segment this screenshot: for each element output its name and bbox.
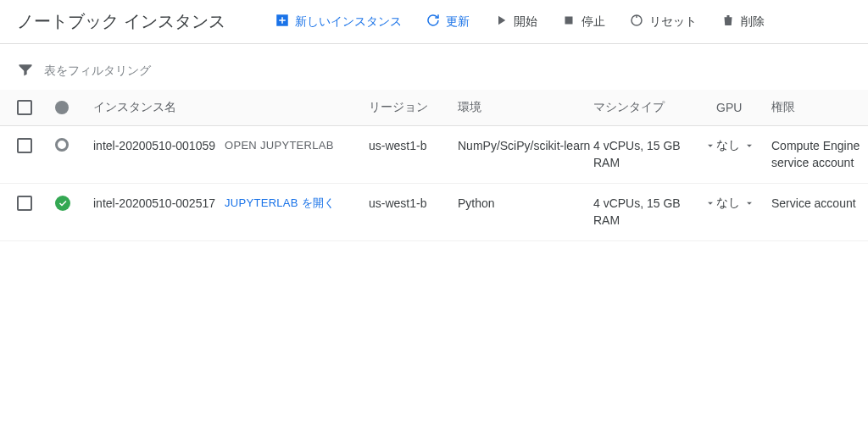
plus-icon bbox=[275, 13, 290, 30]
stop-icon bbox=[561, 13, 576, 30]
status-header-icon bbox=[55, 101, 69, 114]
filter-icon[interactable] bbox=[17, 61, 34, 81]
trash-icon bbox=[721, 13, 736, 30]
col-env: 環境 bbox=[458, 100, 593, 115]
machine-type-cell[interactable]: 4 vCPUs, 15 GB RAM bbox=[593, 138, 716, 171]
permission-cell: Compute Engine service account bbox=[771, 138, 868, 171]
instance-name: intel-20200510-002517 bbox=[93, 196, 225, 213]
instance-name: intel-20200510-001059 bbox=[93, 138, 225, 155]
row-checkbox[interactable] bbox=[17, 138, 32, 153]
open-jupyterlab-link[interactable]: JUPYTERLAB を開く bbox=[225, 196, 336, 209]
reset-icon bbox=[629, 13, 644, 30]
machine-type-label: 4 vCPUs, 15 GB RAM bbox=[593, 138, 701, 171]
gpu-cell[interactable]: なし bbox=[716, 138, 771, 154]
filter-bar: 表をフィルタリング bbox=[0, 44, 868, 90]
stop-button[interactable]: 停止 bbox=[561, 13, 605, 30]
open-jupyterlab-link[interactable]: OPEN JUPYTERLAB bbox=[225, 139, 334, 152]
refresh-label: 更新 bbox=[446, 14, 470, 30]
chevron-down-icon bbox=[743, 140, 755, 154]
new-instance-button[interactable]: 新しいインスタンス bbox=[275, 13, 402, 30]
env-cell: Python bbox=[458, 196, 593, 213]
env-cell: NumPy/SciPy/scikit-learn bbox=[458, 138, 593, 155]
col-machine: マシンタイプ bbox=[593, 100, 716, 115]
status-provisioning-icon bbox=[55, 138, 69, 152]
refresh-button[interactable]: 更新 bbox=[426, 13, 470, 30]
select-all-checkbox[interactable] bbox=[17, 100, 32, 115]
gpu-cell[interactable]: なし bbox=[716, 196, 771, 212]
chevron-down-icon bbox=[743, 197, 755, 212]
col-gpu: GPU bbox=[716, 101, 771, 114]
page-title: ノートブック インスタンス bbox=[17, 10, 225, 33]
chevron-down-icon bbox=[704, 197, 716, 212]
instances-table: インスタンス名 リージョン 環境 マシンタイプ GPU 権限 intel-202… bbox=[0, 90, 868, 241]
delete-label: 削除 bbox=[741, 14, 765, 30]
status-running-icon bbox=[55, 196, 70, 211]
start-button[interactable]: 開始 bbox=[493, 13, 537, 30]
refresh-icon bbox=[426, 13, 441, 30]
delete-button[interactable]: 削除 bbox=[721, 13, 765, 30]
machine-type-label: 4 vCPUs, 15 GB RAM bbox=[593, 196, 701, 229]
table-row: intel-20200510-002517 JUPYTERLAB を開く us-… bbox=[0, 184, 868, 241]
chevron-down-icon bbox=[704, 140, 716, 154]
start-label: 開始 bbox=[514, 14, 537, 30]
new-instance-label: 新しいインスタンス bbox=[295, 14, 402, 30]
filter-placeholder[interactable]: 表をフィルタリング bbox=[44, 64, 151, 79]
play-icon bbox=[493, 13, 509, 30]
stop-label: 停止 bbox=[581, 14, 605, 30]
gpu-label: なし bbox=[716, 196, 740, 211]
col-region: リージョン bbox=[369, 100, 458, 115]
table-row: intel-20200510-001059 OPEN JUPYTERLAB us… bbox=[0, 126, 868, 184]
table-header: インスタンス名 リージョン 環境 マシンタイプ GPU 権限 bbox=[0, 90, 868, 126]
permission-cell: Service account bbox=[771, 196, 868, 213]
reset-button[interactable]: リセット bbox=[629, 13, 697, 30]
machine-type-cell[interactable]: 4 vCPUs, 15 GB RAM bbox=[593, 196, 716, 229]
col-perm: 権限 bbox=[771, 100, 868, 115]
row-checkbox[interactable] bbox=[17, 196, 32, 211]
col-name: インスタンス名 bbox=[93, 100, 225, 115]
region-cell: us-west1-b bbox=[369, 138, 458, 155]
region-cell: us-west1-b bbox=[369, 196, 458, 213]
svg-rect-1 bbox=[565, 17, 572, 25]
toolbar: ノートブック インスタンス 新しいインスタンス 更新 開始 停止 リセット 削除 bbox=[0, 0, 868, 44]
gpu-label: なし bbox=[716, 138, 740, 153]
reset-label: リセット bbox=[649, 14, 697, 30]
